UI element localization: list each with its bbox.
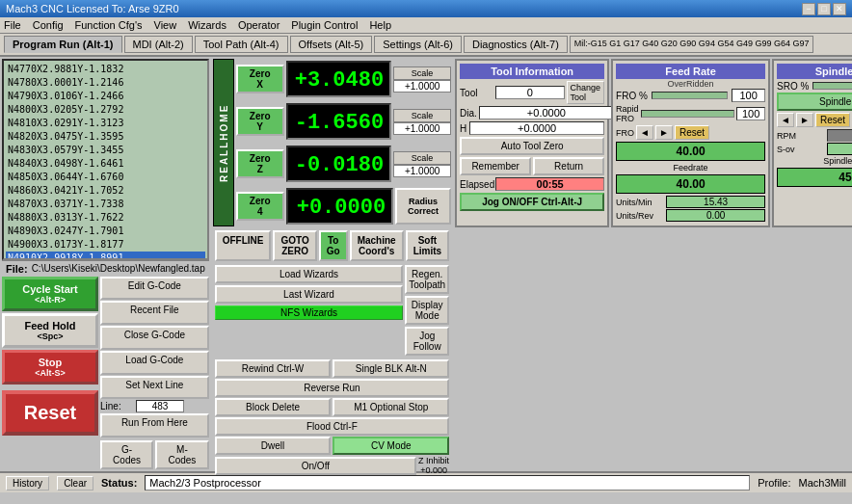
fro-label: FRO % [616, 91, 648, 101]
tab-tool-path[interactable]: Tool Path (Alt-4) [195, 36, 288, 53]
clear-button[interactable]: Clear [57, 476, 93, 491]
spindle-cw-button[interactable]: Spindle CW F5 [777, 93, 852, 111]
fro-reset-button[interactable]: Reset [675, 125, 709, 140]
goto-zero-button[interactable]: GOTOZERO [273, 230, 316, 261]
return-button[interactable]: Return [533, 157, 604, 175]
spindle-up-button[interactable]: ► [796, 113, 813, 127]
menu-plugin-control[interactable]: Plugin Control [291, 19, 358, 31]
x-axis-row: ZeroX +3.0480 Scale +1.0000 [236, 59, 451, 99]
sov-label: S-ov [777, 145, 825, 154]
tool-number-input[interactable] [495, 86, 564, 99]
axis-rows: ZeroX +3.0480 Scale +1.0000 ZeroY -1.656… [236, 59, 451, 226]
rewind-button[interactable]: Rewind Ctrl-W [215, 359, 332, 378]
titlebar: Mach3 CNC Licensed To: Arse 9ZR0 − □ ✕ [0, 0, 852, 17]
run-from-here-button[interactable]: Run From Here [100, 413, 209, 438]
line-number-row: Line: [100, 400, 209, 412]
y-coord-value: -1.6560 [286, 103, 391, 140]
rapid-slider[interactable] [641, 110, 734, 118]
a4-axis-row: Zero4 +0.0000 RadiusCorrect [236, 186, 451, 226]
top-right: Tool Information Tool ChangeTool Dia. H [455, 59, 852, 203]
feed-hold-button[interactable]: Feed Hold <Spc> [2, 313, 98, 348]
fro-down-button[interactable]: ◄ [636, 125, 653, 140]
zero-y-button[interactable]: ZeroY [236, 107, 284, 136]
units-rev-value: 0.00 [666, 209, 765, 222]
reverse-run-button[interactable]: Reverse Run [215, 379, 449, 397]
jog-onoff-button[interactable]: Jog ON/OFF Ctrl-Alt-J [460, 193, 604, 211]
regen-toolpath-button[interactable]: Regen.Toolpath [405, 265, 449, 294]
menu-file[interactable]: File [4, 19, 21, 31]
menu-help[interactable]: Help [369, 19, 391, 31]
maximize-button[interactable]: □ [817, 3, 831, 15]
menu-function-cfgs[interactable]: Function Cfg's [75, 19, 143, 31]
spindle-speed-value: 4500 [777, 168, 852, 187]
line-number-input[interactable] [136, 400, 184, 412]
tab-settings[interactable]: Settings (Alt-6) [374, 36, 462, 53]
sro-slider[interactable] [812, 82, 852, 90]
fro-arrow-row: FRO ◄ ► Reset [616, 125, 765, 140]
machine-coords-button[interactable]: MachineCoord's [350, 230, 404, 261]
close-gcode-button[interactable]: Close G-Code [100, 326, 209, 350]
dia-input[interactable] [479, 106, 614, 119]
sov-row: S-ov 4500 [777, 143, 852, 155]
set-next-line-button[interactable]: Set Next Line [100, 376, 209, 400]
soft-limits-button[interactable]: SoftLimits [406, 230, 449, 261]
gcode-line-selected: N4910X2.9918Y-1.8991 [6, 252, 205, 260]
change-tool-button[interactable]: ChangeTool [567, 81, 605, 104]
spindle-reset-button[interactable]: Reset [815, 113, 850, 127]
auto-tool-zero-button[interactable]: Auto Tool Zero [460, 137, 604, 155]
recent-file-button[interactable]: Recent File [100, 301, 209, 325]
load-gcode-button[interactable]: Load G-Code [100, 351, 209, 375]
remember-button[interactable]: Remember [460, 157, 531, 175]
zero-z-button[interactable]: ZeroZ [236, 149, 284, 178]
single-blk-button[interactable]: Single BLK Alt-N [333, 359, 449, 378]
spindle-down-button[interactable]: ◄ [777, 113, 794, 127]
menu-config[interactable]: Config [33, 19, 64, 31]
mcodes-button[interactable]: M-Codes [155, 440, 209, 469]
dwell-button[interactable]: Dwell [215, 437, 332, 455]
fro-up-button[interactable]: ► [655, 125, 673, 140]
gcodes-button[interactable]: G-Codes [100, 440, 153, 469]
gcode-list[interactable]: N4770X2.9881Y-1.1832 N4780X3.0001Y-1.214… [2, 59, 209, 260]
gcode-control-panel: Edit G-Code Recent File Close G-Code Loa… [100, 277, 209, 470]
tab-offsets[interactable]: Offsets (Alt-5) [290, 36, 373, 53]
wizard-buttons: Load Wizards Last Wizard NFS Wizards [215, 265, 404, 356]
menu-operator[interactable]: Operator [238, 19, 280, 31]
minimize-button[interactable]: − [802, 3, 815, 15]
gm-row: G-Codes M-Codes [100, 440, 209, 469]
stop-button[interactable]: Stop <Alt-S> [2, 350, 98, 385]
menu-view[interactable]: View [154, 19, 177, 31]
menu-wizards[interactable]: Wizards [188, 19, 226, 31]
tab-program-run[interactable]: Program Run (Alt-1) [4, 36, 122, 53]
zero-4-button[interactable]: Zero4 [236, 192, 284, 221]
nfs-wizards-button[interactable]: NFS Wizards [215, 305, 404, 320]
close-button[interactable]: ✕ [833, 3, 846, 15]
a4-coord-value: +0.0000 [286, 188, 393, 225]
gcode-line: N4770X2.9881Y-1.1832 [6, 63, 205, 76]
fro-slider[interactable] [652, 92, 728, 99]
load-wizards-button[interactable]: Load Wizards [215, 265, 404, 283]
tab-mdi[interactable]: MDI (Alt-2) [124, 36, 193, 53]
onoff-button[interactable]: On/Off [215, 457, 416, 475]
to-go-button[interactable]: To Go [319, 230, 348, 261]
edit-gcode-button[interactable]: Edit G-Code [100, 277, 209, 301]
cycle-start-button[interactable]: Cycle Start <Alt-R> [2, 277, 98, 311]
gcode-line: N4860X3.0421Y-1.7052 [6, 184, 205, 198]
block-delete-button[interactable]: Block Delete [215, 398, 332, 416]
jog-follow-button[interactable]: JogFollow [405, 327, 449, 356]
sov-value: 4500 [827, 143, 852, 155]
tab-diagnostics[interactable]: Diagnostics (Alt-7) [464, 36, 568, 53]
history-button[interactable]: History [6, 476, 49, 491]
gcode-line: N4890X3.0247Y-1.7901 [6, 225, 205, 238]
radius-correct-button[interactable]: RadiusCorrect [395, 188, 451, 225]
h-input[interactable] [469, 121, 604, 135]
zero-x-button[interactable]: ZeroX [236, 65, 284, 93]
elapsed-value: 00:55 [495, 177, 604, 191]
offline-button[interactable]: OFFLINE [215, 230, 272, 261]
reset-button[interactable]: Reset [2, 390, 98, 436]
flood-button[interactable]: Flood Ctrl-F [215, 417, 449, 436]
rpm-row: RPM 0 [777, 129, 852, 142]
last-wizard-button[interactable]: Last Wizard [215, 285, 404, 304]
cv-mode-button[interactable]: CV Mode [333, 437, 449, 455]
display-mode-button[interactable]: DisplayMode [405, 296, 449, 325]
m1-optional-button[interactable]: M1 Optional Stop [333, 398, 449, 416]
